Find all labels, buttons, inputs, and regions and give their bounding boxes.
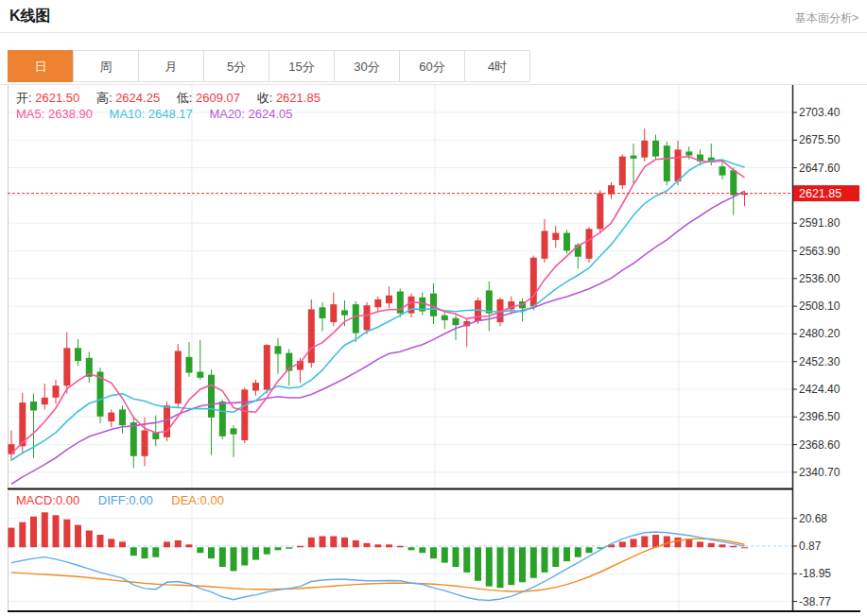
macd-bar (152, 547, 159, 556)
price-tick-label: 2480.20 (799, 327, 841, 340)
macd-bar (664, 537, 670, 548)
candle-body (486, 290, 493, 313)
tab-interval-3[interactable]: 5分 (203, 50, 269, 82)
price-tick-label: 2675.50 (799, 133, 841, 146)
macd-bar (453, 547, 460, 567)
price-tick-label: 2508.10 (799, 299, 841, 313)
candle-body (430, 294, 437, 317)
svg-text:2621.85: 2621.85 (799, 187, 841, 200)
macd-bar (130, 547, 137, 556)
price-tick-label: 2536.00 (799, 272, 841, 285)
macd-bar (275, 547, 282, 550)
candle-body (386, 296, 392, 303)
price-tick-label: 2591.80 (799, 216, 841, 230)
tab-interval-1[interactable]: 周 (73, 50, 139, 82)
candle-body (564, 233, 570, 251)
candle-body (597, 194, 603, 230)
macd-bar (75, 525, 81, 548)
macd-bar (486, 547, 493, 586)
macd-bar (30, 517, 37, 548)
price-gridlines (8, 85, 792, 488)
candle-body (119, 409, 126, 425)
macd-bar (142, 547, 148, 558)
low-label: 低: (177, 91, 193, 105)
candle-body (641, 141, 648, 158)
macd-bar (9, 528, 15, 548)
macd-bar (631, 539, 637, 547)
macd-bar (430, 547, 437, 558)
macd-bar (730, 546, 737, 548)
low-value: 2609.07 (196, 91, 240, 105)
macd-bar (164, 541, 170, 547)
ohlc-legend: 开: 2621.50 高: 2624.25 低: 2609.07 收: 2621… (16, 90, 334, 107)
candle-body (619, 157, 626, 186)
candle-body (231, 428, 237, 434)
candle-body (308, 309, 315, 363)
candle-body (186, 357, 193, 373)
candle-body (108, 413, 114, 422)
candle-body (219, 402, 226, 436)
candle-body (130, 422, 137, 456)
main-candlestick-chart[interactable]: 2703.402675.502647.602591.802563.902536.… (0, 85, 867, 491)
macd-bar (186, 544, 193, 547)
candle-body (53, 385, 60, 398)
tab-interval-7[interactable]: 4时 (464, 50, 530, 82)
macd-bar (619, 541, 626, 547)
close-label: 收: (257, 91, 273, 105)
tab-interval-2[interactable]: 月 (138, 50, 204, 82)
candle-body (364, 305, 371, 330)
candle-body (442, 316, 448, 320)
candle-body (330, 304, 337, 322)
macd-bar (197, 547, 203, 553)
fundamental-analysis-link[interactable]: 基本面分析> (795, 10, 858, 26)
candle-body (685, 151, 692, 155)
macd-bar (264, 547, 270, 554)
close-value: 2621.85 (276, 91, 321, 105)
macd-tick-label: -18.95 (799, 567, 831, 580)
macd-bar (575, 547, 581, 556)
macd-chart[interactable]: 20.680.87-18.95-38.77 (0, 491, 867, 616)
candle-body (175, 351, 182, 404)
macd-bar (374, 544, 381, 547)
high-label: 高: (96, 91, 113, 105)
macd-bar (586, 547, 593, 553)
ma-legend: MA5: 2638.90 MA10: 2648.17 MA20: 2624.05 (16, 107, 293, 121)
candle-body (142, 431, 148, 456)
macd-bar (108, 539, 114, 547)
price-tick-label: 2647.60 (799, 162, 841, 175)
macd-bar (475, 547, 481, 581)
candle-body (197, 372, 203, 378)
macd-bar (542, 547, 548, 573)
candle-body (552, 233, 559, 240)
candle-body (42, 398, 48, 404)
macd-tick-label: -38.77 (799, 595, 831, 608)
kline-page: K线图 基本面分析> 日周月5分15分30分60分4时 2703.402675.… (0, 0, 867, 616)
tab-interval-0[interactable]: 日 (8, 50, 74, 82)
page-title: K线图 (9, 7, 51, 26)
candle-body (530, 258, 537, 307)
candle-body (652, 141, 659, 157)
macd-bar (119, 541, 126, 547)
candle-body (664, 145, 670, 181)
tab-interval-5[interactable]: 30分 (334, 50, 400, 82)
interval-tabbar: 日周月5分15分30分60分4时 (8, 50, 530, 82)
macd-bar (341, 538, 348, 547)
macd-bar (564, 547, 570, 561)
macd-bar (552, 547, 559, 567)
price-tick-label: 2424.40 (799, 383, 841, 396)
candle-body (264, 345, 270, 389)
macd-bar (63, 520, 70, 548)
macd-bar (720, 544, 726, 547)
tab-interval-6[interactable]: 60分 (399, 50, 465, 82)
macd-bar (675, 538, 682, 547)
macd-bar (741, 547, 748, 548)
macd-bar (419, 547, 425, 553)
tab-interval-4[interactable]: 15分 (269, 50, 335, 82)
macd-bar (497, 547, 504, 588)
macd-gridlines (8, 491, 792, 610)
macd-bar (19, 522, 26, 548)
candle-body (9, 444, 15, 454)
macd-bar (97, 535, 104, 547)
price-tick-label: 2452.30 (799, 355, 841, 368)
candle-body (63, 348, 70, 385)
